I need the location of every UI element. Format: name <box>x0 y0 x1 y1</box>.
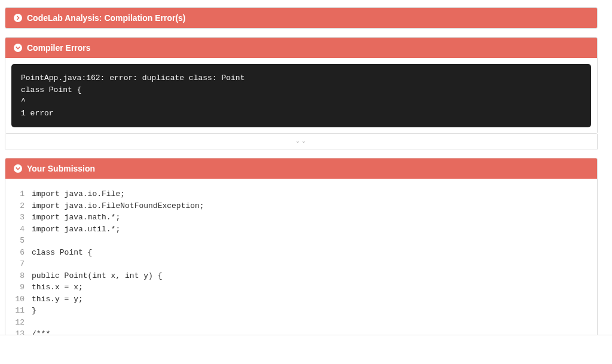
code-line: 6class Point { <box>11 247 591 259</box>
line-number: 13 <box>11 328 32 335</box>
code-line: 10this.y = y; <box>11 293 591 305</box>
submission-title: Your Submission <box>27 164 95 173</box>
line-number: 7 <box>11 258 32 270</box>
code-line: 9this.x = x; <box>11 282 591 293</box>
chevron-right-icon <box>14 14 22 22</box>
line-number: 12 <box>11 317 32 329</box>
analysis-panel-header[interactable]: CodeLab Analysis: Compilation Error(s) <box>5 8 597 28</box>
compiler-panel-body: PointApp.java:162: error: duplicate clas… <box>5 58 597 133</box>
code-line: 2import java.io.FileNotFoundException; <box>11 200 591 212</box>
line-content: import java.math.*; <box>32 212 120 224</box>
code-line: 5 <box>11 235 591 247</box>
code-line: 3import java.math.*; <box>11 212 591 224</box>
code-line: 11} <box>11 305 591 317</box>
compiler-panel: Compiler Errors PointApp.java:162: error… <box>5 37 598 134</box>
code-editor: 1import java.io.File;2import java.io.Fil… <box>11 185 591 335</box>
line-number: 8 <box>11 270 32 282</box>
line-content: public Point(int x, int y) { <box>32 270 162 282</box>
line-content: import java.util.*; <box>32 224 120 235</box>
analysis-title: CodeLab Analysis: Compilation Error(s) <box>27 13 186 23</box>
main-scroll-area[interactable]: CodeLab Analysis: Compilation Error(s) C… <box>0 0 602 335</box>
line-content: import java.io.FileNotFoundException; <box>32 200 204 212</box>
line-number: 1 <box>11 188 32 200</box>
line-content: /*** <box>32 328 50 335</box>
submission-panel-header[interactable]: Your Submission <box>5 158 597 179</box>
chevron-down-icon <box>14 44 22 52</box>
line-number: 11 <box>11 305 32 317</box>
code-line: 1import java.io.File; <box>11 188 591 200</box>
line-number: 2 <box>11 200 32 212</box>
code-line: 7 <box>11 258 591 270</box>
line-content: import java.io.File; <box>32 188 125 200</box>
line-number: 3 <box>11 212 32 224</box>
bottom-bar <box>0 335 612 364</box>
chevron-double-down-icon: ⌄⌄ <box>295 137 307 144</box>
expand-handle[interactable]: ⌄⌄ <box>5 134 598 149</box>
code-line: 4import java.util.*; <box>11 224 591 235</box>
submission-panel: Your Submission 1import java.io.File;2im… <box>5 158 598 335</box>
error-output: PointApp.java:162: error: duplicate clas… <box>11 64 591 127</box>
code-line: 12 <box>11 317 591 329</box>
compiler-panel-header[interactable]: Compiler Errors <box>5 38 597 58</box>
line-content: class Point { <box>32 247 92 259</box>
line-content: this.y = y; <box>32 293 83 305</box>
line-content: } <box>32 305 36 317</box>
line-number: 9 <box>11 282 32 293</box>
line-number: 4 <box>11 224 32 235</box>
line-number: 6 <box>11 247 32 259</box>
compiler-title: Compiler Errors <box>27 43 91 53</box>
code-line: 8public Point(int x, int y) { <box>11 270 591 282</box>
line-number: 10 <box>11 293 32 305</box>
code-line: 13/*** <box>11 328 591 335</box>
submission-panel-body: 1import java.io.File;2import java.io.Fil… <box>5 179 597 335</box>
chevron-down-icon <box>14 164 22 173</box>
line-number: 5 <box>11 235 32 247</box>
analysis-panel: CodeLab Analysis: Compilation Error(s) <box>5 7 598 29</box>
line-content: this.x = x; <box>32 282 83 293</box>
